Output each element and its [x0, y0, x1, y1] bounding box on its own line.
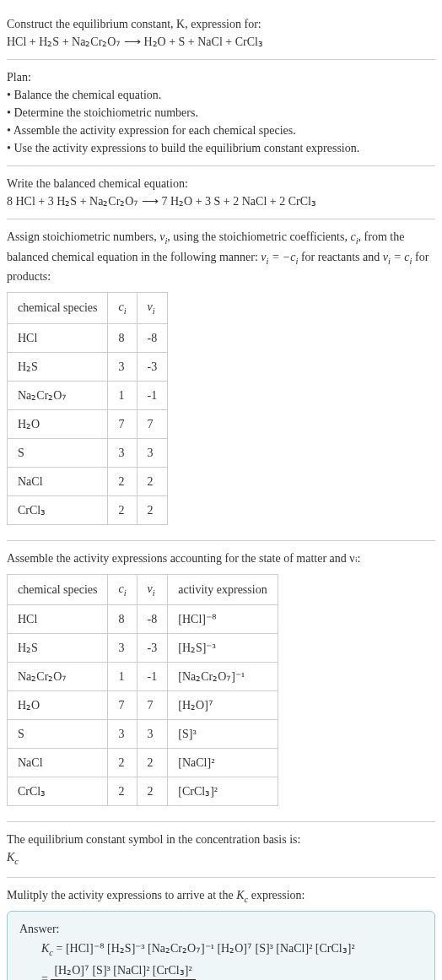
cell: [HCl]⁻⁸ — [168, 605, 278, 634]
activity-table: chemical species ci νi activity expressi… — [7, 574, 278, 807]
answer-heading: Answer: — [19, 920, 423, 938]
table-row: H₂O77 — [8, 409, 168, 438]
table-header-row: chemical species ci νi activity expressi… — [8, 574, 278, 605]
c-i: ci — [350, 230, 358, 243]
cell: CrCl₃ — [8, 495, 108, 524]
answer-line-1: Kc = [HCl]⁻⁸ [H₂S]⁻³ [Na₂Cr₂O₇]⁻¹ [H₂O]⁷… — [41, 939, 423, 960]
plan-bullet-4: • Use the activity expressions to build … — [7, 139, 435, 157]
fraction-numerator: [H₂O]⁷ [S]³ [NaCl]² [CrCl₃]² — [51, 961, 195, 980]
table-row: HCl8-8 — [8, 323, 168, 352]
section-multiply: Mulitply the activity expressions to arr… — [7, 878, 435, 980]
symbol-value: Kc — [7, 848, 435, 869]
cell: 7 — [108, 691, 137, 720]
cell: 2 — [137, 495, 168, 524]
col-nui: νi — [137, 293, 168, 324]
cell: -1 — [137, 663, 168, 691]
section-prompt: Construct the equilibrium constant, K, e… — [7, 7, 435, 60]
cell: 3 — [137, 438, 168, 467]
nu-eq-neg-c: νi = −ci — [261, 251, 298, 263]
section-activity: Assemble the activity expressions accoun… — [7, 541, 435, 823]
col-ci: ci — [108, 574, 137, 605]
equals: = — [41, 972, 51, 980]
stoich-paragraph: Assign stoichiometric numbers, νi, using… — [7, 228, 435, 285]
kc-symbol: Kc — [41, 942, 53, 955]
section-symbol: The equilibrium constant symbol in the c… — [7, 822, 435, 878]
cell: 8 — [108, 323, 137, 352]
col-species: chemical species — [8, 293, 108, 324]
text: = [HCl]⁻⁸ [H₂S]⁻³ [Na₂Cr₂O₇]⁻¹ [H₂O]⁷ [S… — [53, 942, 355, 955]
table-row: NaCl22 — [8, 467, 168, 495]
cell: [CrCl₃]² — [168, 777, 278, 806]
col-nui: νi — [137, 574, 168, 605]
plan-heading: Plan: — [7, 68, 435, 86]
cell: S — [8, 438, 108, 467]
table-row: Na₂Cr₂O₇1-1 — [8, 381, 168, 409]
activity-paragraph: Assemble the activity expressions accoun… — [7, 550, 435, 567]
col-species: chemical species — [8, 574, 108, 605]
cell: 3 — [108, 720, 137, 749]
table-row: H₂S3-3 — [8, 352, 168, 381]
cell: 7 — [137, 409, 168, 438]
text: Construct the equilibrium constant, K, e… — [7, 18, 261, 30]
table-row: S33[S]³ — [8, 720, 278, 749]
prompt-line-1: Construct the equilibrium constant, K, e… — [7, 15, 435, 33]
cell: 2 — [137, 777, 168, 806]
cell: -3 — [137, 634, 168, 663]
kc-symbol: Kc — [7, 851, 19, 864]
text: expression: — [248, 889, 305, 901]
cell: Na₂Cr₂O₇ — [8, 663, 108, 691]
section-stoich: Assign stoichiometric numbers, νi, using… — [7, 219, 435, 541]
cell: Na₂Cr₂O₇ — [8, 381, 108, 409]
kc-symbol: Kc — [236, 889, 248, 901]
cell: H₂O — [8, 409, 108, 438]
answer-line-2: = [H₂O]⁷ [S]³ [NaCl]² [CrCl₃]² [HCl]⁸ [H… — [41, 961, 423, 980]
text: Assign stoichiometric numbers, — [7, 230, 159, 243]
cell: 3 — [108, 634, 137, 663]
symbol-label: The equilibrium constant symbol in the c… — [7, 831, 435, 848]
table-row: H₂S3-3[H₂S]⁻³ — [8, 634, 278, 663]
cell: NaCl — [8, 467, 108, 495]
cell: [H₂S]⁻³ — [168, 634, 278, 663]
cell: CrCl₃ — [8, 777, 108, 806]
nu-eq-c: νi = ci — [383, 251, 412, 263]
cell: HCl — [8, 605, 108, 634]
cell: H₂O — [8, 691, 108, 720]
cell: -8 — [137, 605, 168, 634]
section-balanced: Write the balanced chemical equation: 8 … — [7, 166, 435, 219]
cell: [NaCl]² — [168, 749, 278, 777]
multiply-text: Mulitply the activity expressions to arr… — [7, 886, 435, 907]
cell: 7 — [108, 409, 137, 438]
plan-bullet-3: • Assemble the activity expression for e… — [7, 122, 435, 139]
answer-box: Answer: Kc = [HCl]⁻⁸ [H₂S]⁻³ [Na₂Cr₂O₇]⁻… — [7, 911, 435, 980]
cell: 2 — [108, 777, 137, 806]
col-ci: ci — [108, 293, 137, 324]
text: for reactants and — [298, 251, 382, 263]
cell: [S]³ — [168, 720, 278, 749]
table-row: CrCl₃22 — [8, 495, 168, 524]
answer-body: Kc = [HCl]⁻⁸ [H₂S]⁻³ [Na₂Cr₂O₇]⁻¹ [H₂O]⁷… — [19, 939, 423, 980]
table-row: S33 — [8, 438, 168, 467]
cell: 2 — [137, 467, 168, 495]
cell: [H₂O]⁷ — [168, 691, 278, 720]
cell: -1 — [137, 381, 168, 409]
cell: 3 — [108, 352, 137, 381]
table-row: HCl8-8[HCl]⁻⁸ — [8, 605, 278, 634]
table-row: CrCl₃22[CrCl₃]² — [8, 777, 278, 806]
cell: 2 — [108, 467, 137, 495]
balanced-equation: 8 HCl + 3 H₂S + Na₂Cr₂O₇ ⟶ 7 H₂O + 3 S +… — [7, 192, 435, 210]
cell: 3 — [108, 438, 137, 467]
col-activity: activity expression — [168, 574, 278, 605]
cell: H₂S — [8, 352, 108, 381]
cell: 1 — [108, 663, 137, 691]
prompt-equation: HCl + H₂S + Na₂Cr₂O₇ ⟶ H₂O + S + NaCl + … — [7, 33, 435, 51]
cell: NaCl — [8, 749, 108, 777]
table-header-row: chemical species ci νi — [8, 293, 168, 324]
cell: 2 — [137, 749, 168, 777]
cell: HCl — [8, 323, 108, 352]
table-row: NaCl22[NaCl]² — [8, 749, 278, 777]
cell: H₂S — [8, 634, 108, 663]
text: , using the stoichiometric coefficients, — [167, 230, 350, 243]
plan-bullet-1: • Balance the chemical equation. — [7, 86, 435, 104]
text: Mulitply the activity expressions to arr… — [7, 889, 236, 901]
cell: 3 — [137, 720, 168, 749]
